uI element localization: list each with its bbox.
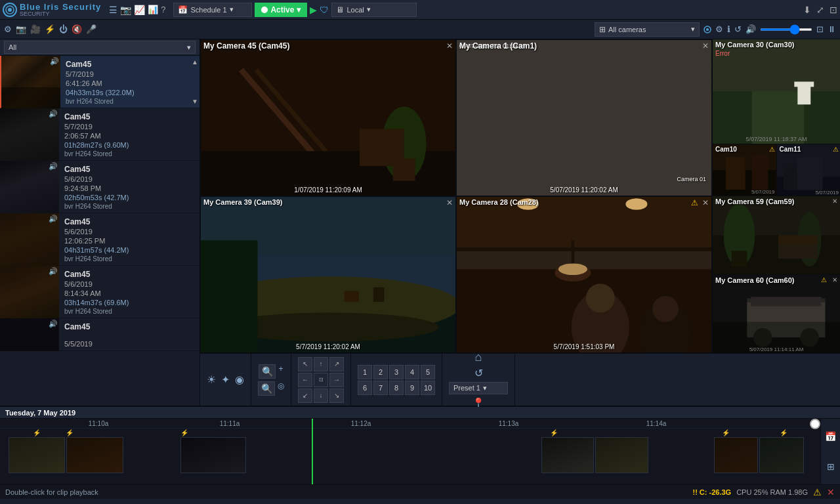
preset-btn-10[interactable]: 10	[421, 381, 435, 395]
active-badge[interactable]: Active ▾	[255, 3, 307, 17]
zoom-out-button[interactable]: 🔍	[258, 381, 275, 396]
ptz-downleft[interactable]: ↙	[298, 388, 312, 403]
status-close-button[interactable]: ✕	[827, 487, 835, 497]
cycle-icon[interactable]: ↺	[474, 367, 483, 379]
preset-btn-4[interactable]: 4	[405, 365, 419, 379]
camera-cell-cam28[interactable]: My Camera 28 (Cam28) ✕ ⚠ 5/7/2019 1:51:0…	[456, 196, 712, 353]
motion-event-2: ⚡	[66, 429, 74, 436]
toolbar2-right: ⊞ All cameras ▾ ⚙ ℹ ↺ 🔊 ⊡ ⏸	[595, 22, 836, 37]
timeline-position-indicator[interactable]	[810, 419, 820, 429]
ptz-left[interactable]: ←	[298, 373, 312, 387]
clip-scroll-down[interactable]: ▼	[192, 98, 198, 105]
shield-icon[interactable]: 🛡	[320, 5, 329, 15]
local-dropdown[interactable]: 🖥 Local ▾	[331, 3, 417, 17]
timeline-track-area[interactable]: 11:10a 11:11a 11:12a 11:13a 11:14a ⚡ ⚡ ⚡…	[0, 419, 820, 484]
ptz-down[interactable]: ↓	[314, 388, 328, 403]
tl-thumb	[180, 437, 246, 473]
preset-btn-2[interactable]: 2	[373, 365, 388, 379]
light-controls: ☀ ✦ ◉	[200, 354, 251, 406]
brightness2-icon[interactable]: ✦	[221, 373, 230, 386]
cam60-close[interactable]: ✕	[832, 276, 837, 284]
help-icon[interactable]: ?	[161, 5, 165, 14]
expand-icon[interactable]: ⤢	[816, 5, 824, 15]
ptz-right[interactable]: →	[329, 373, 344, 387]
clip-item[interactable]: 🔊 Cam45 5/6/2019 9:24:58 PM 02h50m53s (4…	[0, 161, 200, 213]
app-logo	[3, 3, 17, 17]
camera-cell-cam39[interactable]: My Camera 39 (Cam39) ✕ 5/7/2019 11:20:02…	[200, 196, 456, 353]
cam59-close[interactable]: ✕	[832, 198, 837, 205]
mute-icon[interactable]: 🔇	[72, 24, 82, 34]
camera-cell-cam30[interactable]: My Camera 30 (Cam30) Error 5/07/2019 11:…	[713, 39, 840, 144]
preset-btn-7[interactable]: 7	[373, 381, 388, 395]
zoom-in-button[interactable]: 🔍	[259, 364, 276, 379]
color-icon[interactable]: ◉	[235, 373, 244, 386]
clip-info-line: bvr H264 Stored	[64, 308, 193, 315]
brightness-icon[interactable]: ☀	[207, 373, 216, 386]
volume-icon[interactable]: 🔊	[746, 24, 756, 34]
tl-grid-icon[interactable]: ⊞	[827, 461, 835, 472]
schedule-dropdown[interactable]: 📅 Schedule 1 ▾	[173, 3, 252, 17]
screen-icon[interactable]: ⊡	[816, 24, 824, 34]
filter-dropdown[interactable]: All ▾	[4, 41, 196, 54]
settings-icon[interactable]: ⚙	[4, 24, 12, 34]
clip-scroll-up[interactable]: ▲	[192, 58, 198, 66]
timeline-tick-line	[0, 428, 820, 429]
preset-btn-1[interactable]: 1	[358, 365, 372, 379]
zoom-in-icon[interactable]: +	[278, 364, 283, 379]
clip-item[interactable]: 🔊 Cam45 5/7/2019 2:06:57 AM 01h28m27s (9…	[0, 108, 200, 161]
camera-cell-cam45[interactable]: My Camera 45 (Cam45) ✕ 1/07/2019 11:20:0…	[200, 39, 456, 196]
cam11-timestamp: 5/07/2019	[815, 190, 839, 196]
download-icon[interactable]: ⬇	[803, 5, 811, 15]
camera-cell-cam11[interactable]: Cam11 ⚠ 5/07/2019	[777, 144, 841, 196]
cam39-close[interactable]: ✕	[446, 198, 453, 207]
cam1-close[interactable]: ✕	[702, 41, 709, 51]
ptz-upleft[interactable]: ↖	[298, 357, 312, 371]
info-icon[interactable]: ℹ	[727, 24, 730, 34]
fullscreen-icon[interactable]: ⊡	[830, 5, 837, 15]
preset-dropdown[interactable]: Preset 1 ▾	[449, 382, 508, 394]
tl-thumb	[714, 437, 759, 473]
cam28-close[interactable]: ✕	[702, 198, 709, 207]
flash-icon[interactable]: ⚡	[45, 24, 55, 34]
preset-btn-6[interactable]: 6	[358, 381, 372, 395]
clip-item[interactable]: 🔊 Cam45 5/6/2019 12:06:25 PM 04h31m57s (…	[0, 213, 200, 266]
power-icon[interactable]: ⏻	[59, 24, 68, 34]
pause-icon[interactable]: ⏸	[828, 24, 836, 34]
ptz-downright[interactable]: ↘	[329, 388, 344, 403]
ptz-upright[interactable]: ↗	[329, 357, 344, 371]
ptz-up[interactable]: ↑	[314, 357, 328, 371]
settings2-icon[interactable]: ⚙	[715, 24, 723, 34]
camera-icon[interactable]: 📷	[120, 5, 131, 15]
video-icon[interactable]: 🎥	[30, 24, 41, 34]
camera-cell-cam59[interactable]: My Camera 59 (Cam59) ✕	[713, 196, 840, 275]
graph-icon[interactable]: 📊	[148, 5, 158, 14]
mic-icon[interactable]: 🎤	[86, 24, 96, 34]
clip-item[interactable]: 🔊 Cam45 5/5/2019	[0, 318, 200, 351]
tl-calendar-icon[interactable]: 📅	[825, 431, 836, 442]
clip-item[interactable]: 🔊 Cam45 5/6/2019 8:14:34 AM 03h14m37s (6…	[0, 266, 200, 318]
camera2-icon[interactable]: 📷	[16, 24, 26, 34]
play-button[interactable]: ▶	[310, 5, 317, 15]
clip-item[interactable]: 🔊 Cam45 5/7/2019 6:41:26 AM 04h33m19s (3…	[0, 56, 200, 108]
preset-btn-8[interactable]: 8	[389, 381, 404, 395]
refresh-icon[interactable]: ↺	[734, 24, 742, 34]
camera-cell-cam10[interactable]: Cam10 ⚠ 5/07/2019	[713, 144, 777, 196]
preset-btn-9[interactable]: 9	[405, 381, 419, 395]
ptz-center[interactable]: ⊡	[314, 373, 328, 387]
preset-btn-3[interactable]: 3	[389, 365, 404, 379]
camera-cell-cam60[interactable]: My Camera 60 (Cam60) ⚠ ✕ 5/07/2019 11:14…	[713, 275, 840, 353]
timeline-playhead[interactable]	[312, 419, 313, 484]
svg-rect-41	[794, 81, 814, 87]
chart-icon[interactable]: 📈	[134, 5, 145, 15]
preset-btn-5[interactable]: 5	[421, 365, 435, 379]
volume-slider[interactable]	[760, 28, 812, 31]
all-cameras-dropdown[interactable]: ⊞ All cameras ▾	[595, 22, 700, 37]
camera-cell-cam1[interactable]: My Camera 1 (Cam1) ✕ Camera 01 5/07/2019…	[456, 39, 712, 196]
zoom-out-icon[interactable]: ◎	[278, 381, 284, 396]
schedule-label: Schedule 1	[190, 6, 226, 14]
logo-area: Blue Iris Security SECURITY	[3, 3, 101, 17]
cam45-close[interactable]: ✕	[446, 41, 453, 51]
svg-point-1	[8, 8, 12, 12]
menu-icon[interactable]: ☰	[109, 5, 117, 15]
motion-event-6: ⚡	[780, 429, 788, 436]
